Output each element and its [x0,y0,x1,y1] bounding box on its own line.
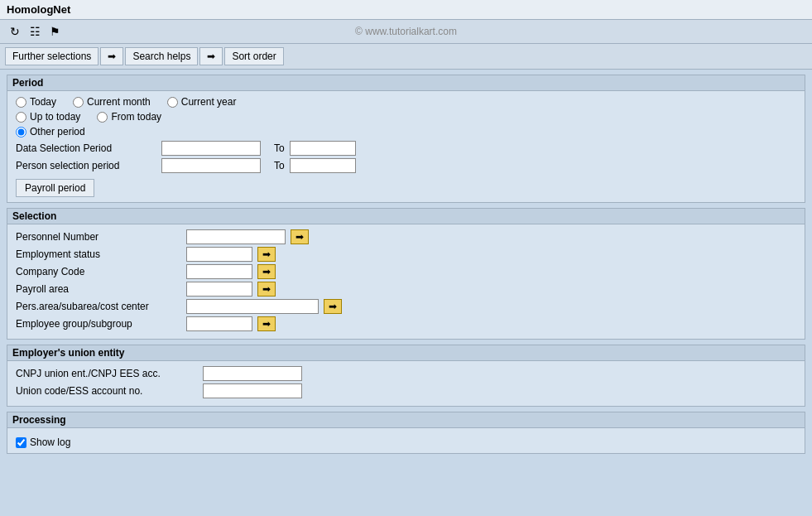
radio-other-period[interactable]: Other period [16,126,85,137]
employment-status-row: Employment status ➡ [16,247,796,262]
to-label-2: To [274,160,285,171]
employment-status-input[interactable] [186,247,252,262]
further-selections-label: Further selections [12,51,91,62]
tab-further-selections[interactable]: Further selections [5,47,98,65]
period-row3: Other period [16,126,796,137]
processing-body: Show log [7,428,805,453]
union-title: Employer's union entity [7,345,805,361]
payroll-period-button[interactable]: Payroll period [16,179,94,197]
show-log-row: Show log [16,436,796,448]
pers-area-label: Pers.area/subarea/cost center [16,301,181,312]
radio-from-today-input[interactable] [97,112,108,123]
cnpj-union-label: CNPJ union ent./CNPJ EES acc. [16,368,198,379]
tab-arrow-2: ➡ [199,47,223,65]
data-selection-to-input[interactable] [290,141,356,156]
radio-from-today[interactable]: From today [97,111,161,123]
employee-group-row: Employee group/subgroup ➡ [16,316,796,331]
main-content: Period Today Current month Current year [0,70,812,516]
tab-arrow-1: ➡ [100,47,123,65]
company-code-input[interactable] [186,264,252,279]
union-code-row: Union code/ESS account no. [16,383,796,398]
app-title: HomologNet [7,3,70,16]
employee-group-label: Employee group/subgroup [16,318,181,330]
to-label-1: To [274,142,285,154]
radio-up-to-today[interactable]: Up to today [16,111,80,123]
tab-search-helps[interactable]: Search helps [125,47,198,65]
employment-status-label: Employment status [16,248,181,260]
from-today-label: From today [111,111,161,123]
pers-area-row: Pers.area/subarea/cost center ➡ [16,299,796,314]
period-body: Today Current month Current year Up to t… [7,91,805,202]
title-bar: HomologNet [0,0,812,20]
pers-area-input[interactable] [186,299,319,314]
radio-current-year[interactable]: Current year [167,96,237,108]
show-log-checkbox[interactable] [16,437,26,448]
personnel-number-arrow[interactable]: ➡ [291,229,309,244]
current-month-label: Current month [87,96,151,108]
payroll-area-row: Payroll area ➡ [16,282,796,297]
show-log-label: Show log [30,436,70,448]
selection-body: Personnel Number ➡ Employment status ➡ C… [7,224,805,339]
person-selection-label: Person selection period [16,160,156,171]
radio-up-to-today-input[interactable] [16,112,26,123]
payroll-area-label: Payroll area [16,283,181,295]
union-body: CNPJ union ent./CNPJ EES acc. Union code… [7,361,805,406]
period-section: Period Today Current month Current year [7,75,805,203]
watermark: © www.tutorialkart.com [355,26,457,37]
other-period-label: Other period [30,126,85,137]
radio-current-month-input[interactable] [73,97,84,108]
payroll-area-input[interactable] [186,282,252,297]
radio-today[interactable]: Today [16,96,56,108]
company-code-row: Company Code ➡ [16,264,796,279]
tab-bar: Further selections ➡ Search helps ➡ Sort… [0,44,812,70]
radio-other-period-input[interactable] [16,127,26,137]
personnel-number-label: Personnel Number [16,231,181,243]
radio-today-input[interactable] [16,97,26,108]
pers-area-arrow[interactable]: ➡ [324,299,342,314]
person-selection-to-input[interactable] [290,158,356,173]
toolbar: ↻ ☷ ⚑ © www.tutorialkart.com [0,20,812,44]
cnpj-union-row: CNPJ union ent./CNPJ EES acc. [16,366,796,381]
company-code-label: Company Code [16,266,181,277]
person-selection-row: Person selection period To [16,158,796,173]
employee-group-arrow[interactable]: ➡ [257,316,276,331]
selection-section: Selection Personnel Number ➡ Employment … [7,208,805,340]
today-label: Today [30,96,56,108]
processing-section: Processing Show log [7,412,805,454]
search-helps-label: Search helps [132,51,190,62]
bookmark-icon[interactable]: ⚑ [46,23,63,40]
union-code-input[interactable] [203,383,302,398]
processing-title: Processing [7,412,805,428]
personnel-number-input[interactable] [186,229,286,244]
radio-current-month[interactable]: Current month [73,96,151,108]
up-to-today-label: Up to today [30,111,80,123]
union-code-label: Union code/ESS account no. [16,385,198,397]
sort-order-label: Sort order [232,51,276,62]
union-section: Employer's union entity CNPJ union ent./… [7,345,805,407]
radio-current-year-input[interactable] [167,97,178,108]
data-selection-label: Data Selection Period [16,142,156,154]
personnel-number-row: Personnel Number ➡ [16,229,796,244]
current-year-label: Current year [181,96,237,108]
cnpj-union-input[interactable] [203,366,302,381]
employment-status-arrow[interactable]: ➡ [257,247,276,262]
back-icon[interactable]: ↻ [7,23,23,40]
data-selection-row: Data Selection Period To [16,141,796,156]
payroll-area-arrow[interactable]: ➡ [257,282,276,297]
period-title: Period [7,75,805,91]
person-selection-input[interactable] [161,158,261,173]
data-selection-input[interactable] [161,141,261,156]
grid-icon[interactable]: ☷ [26,23,43,40]
company-code-arrow[interactable]: ➡ [257,264,276,279]
payroll-btn-row: Payroll period [16,176,796,197]
selection-title: Selection [7,209,805,224]
employee-group-input[interactable] [186,316,252,331]
period-row1: Today Current month Current year [16,96,796,108]
period-row2: Up to today From today [16,111,796,123]
tab-sort-order[interactable]: Sort order [224,47,283,65]
